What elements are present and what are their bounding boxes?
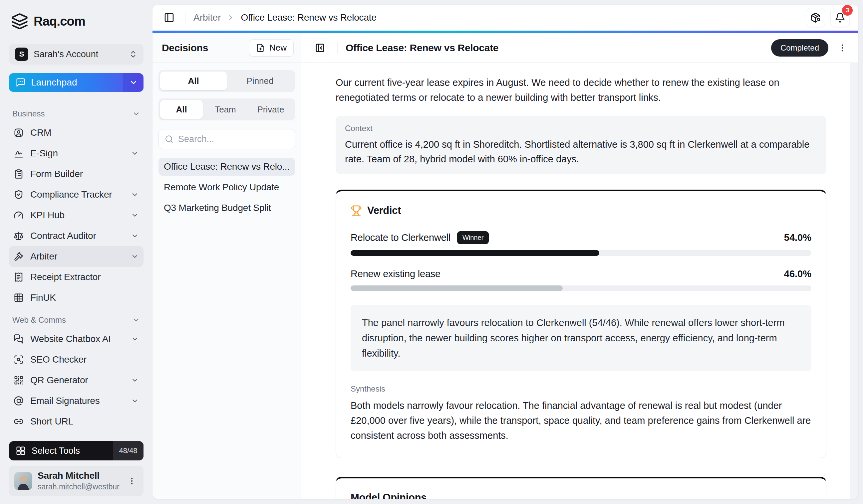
sidebar-toggle-icon[interactable] xyxy=(161,10,177,26)
list-item-q3-marketing[interactable]: Q3 Marketing Budget Split xyxy=(159,199,295,217)
section-business-label: Business xyxy=(12,109,45,118)
sidebar-item-contract-auditor[interactable]: Contract Auditor xyxy=(9,225,143,246)
sidebar-item-label: Website Chatbox AI xyxy=(30,334,124,344)
divider xyxy=(337,42,338,54)
breadcrumb-parent[interactable]: Arbiter xyxy=(193,12,221,23)
sidebar-item-label: Email Signatures xyxy=(30,396,124,406)
tabs-all-pinned: All Pinned xyxy=(159,70,295,92)
sidebar-item-short-url[interactable]: Short URL xyxy=(9,411,143,432)
sidebar-item-seo-checker[interactable]: SEO Checker xyxy=(9,349,143,370)
tab-all[interactable]: All xyxy=(160,72,227,90)
sidebar-item-receipt-extractor[interactable]: Receipt Extractor xyxy=(9,267,143,287)
chevrons-up-down-icon xyxy=(129,50,138,59)
sidebar-item-website-chatbox-ai[interactable]: Website Chatbox AI xyxy=(9,329,143,349)
section-business[interactable]: Business xyxy=(9,102,143,122)
divider xyxy=(185,12,186,23)
tab-pinned[interactable]: Pinned xyxy=(227,72,293,90)
new-decision-button[interactable]: New xyxy=(249,39,294,56)
account-avatar: S xyxy=(15,48,28,61)
tab-scope-all[interactable]: All xyxy=(160,100,203,119)
sidebar-item-label: CRM xyxy=(30,127,139,138)
file-plus-icon xyxy=(256,43,265,52)
user-name: Sarah Mitchell xyxy=(38,470,120,481)
chat-icon xyxy=(16,78,26,88)
chevron-down-icon xyxy=(131,191,139,198)
sidebar-item-qr-generator[interactable]: QR Generator xyxy=(9,370,143,390)
top-header: Arbiter Office Lease: Renew vs Relocate … xyxy=(152,5,858,30)
new-button-label: New xyxy=(270,42,287,53)
sidebar-item-label: E-Sign xyxy=(30,148,124,159)
signature-icon xyxy=(14,148,24,158)
page-title: Office Lease: Renew vs Relocate xyxy=(346,42,771,54)
context-label: Context xyxy=(345,124,817,133)
chevron-down-icon xyxy=(131,376,139,384)
user-meta: Sarah Mitchell sarah.mitchell@westbur... xyxy=(38,470,120,491)
sidebar-item-label: Short URL xyxy=(30,416,139,427)
section-web-comms-label: Web & Comms xyxy=(12,315,66,325)
package-search-button[interactable] xyxy=(806,8,825,27)
sidebar-item-email-signatures[interactable]: Email Signatures xyxy=(9,390,143,411)
panel-collapse-icon[interactable] xyxy=(311,39,329,57)
sidebar-item-kpi-hub[interactable]: KPI Hub xyxy=(9,205,143,225)
tab-scope-team[interactable]: Team xyxy=(203,100,248,119)
sidebar-item-e-sign[interactable]: E-Sign xyxy=(9,143,143,164)
verdict-option-row: Relocate to Clerkenwell Winner 54.0% xyxy=(351,231,811,244)
brand-logo-icon xyxy=(11,13,28,30)
sidebar-item-label: SEO Checker xyxy=(30,354,139,365)
status-badge[interactable]: Completed xyxy=(771,39,828,56)
scrollbar[interactable] xyxy=(850,63,858,499)
qr-code-icon xyxy=(14,375,24,385)
sidebar-item-finuk[interactable]: FinUK xyxy=(9,287,143,308)
model-opinions-card: Model Opinions Google: Gemini 3.1 Pro Pr… xyxy=(336,477,826,499)
verdict-card: Verdict Relocate to Clerkenwell Winner 5… xyxy=(336,190,826,458)
chevron-down-icon xyxy=(132,316,140,324)
decisions-header: Decisions New xyxy=(152,33,301,63)
sidebar-item-arbiter[interactable]: Arbiter xyxy=(9,246,143,267)
verdict-header: Verdict xyxy=(351,205,811,217)
clipboard-list-icon xyxy=(14,169,24,179)
sidebar-item-label: Compliance Tracker xyxy=(30,189,124,200)
launchpad-label: Launchpad xyxy=(31,77,77,88)
decision-list: Office Lease: Renew vs Relo... Remote Wo… xyxy=(159,158,295,217)
main-card: Arbiter Office Lease: Renew vs Relocate … xyxy=(152,5,858,499)
launchpad-button[interactable]: Launchpad xyxy=(9,73,143,92)
package-search-icon xyxy=(810,12,821,23)
section-web-comms[interactable]: Web & Comms xyxy=(9,308,143,329)
sidebar-item-form-builder[interactable]: Form Builder xyxy=(9,164,143,184)
list-item-remote-work[interactable]: Remote Work Policy Update xyxy=(159,178,295,196)
user-menu-kebab-icon[interactable] xyxy=(126,475,138,487)
scroll-area: Our current five-year lease expires in A… xyxy=(301,63,858,499)
tabs-scope: All Team Private xyxy=(159,99,295,120)
progress-track xyxy=(351,250,811,256)
search-icon xyxy=(165,135,174,143)
winner-badge: Winner xyxy=(457,231,489,244)
user-card[interactable]: Sarah Mitchell sarah.mitchell@westbur... xyxy=(9,466,143,496)
chevron-down-icon xyxy=(131,211,139,219)
synthesis-label: Synthesis xyxy=(351,384,811,393)
user-email: sarah.mitchell@westbur... xyxy=(38,482,120,491)
sidebar-item-crm[interactable]: CRM xyxy=(9,122,143,143)
chevron-down-icon xyxy=(131,397,139,405)
select-tools-button[interactable]: Select Tools 48/48 xyxy=(9,441,143,461)
sidebar-nav: Business CRM E-Sign Form Builder Complia… xyxy=(9,102,143,432)
search-input[interactable] xyxy=(178,134,289,144)
search-box[interactable] xyxy=(159,129,295,149)
account-switcher[interactable]: S Sarah's Account xyxy=(9,44,143,65)
tab-scope-private[interactable]: Private xyxy=(248,100,293,119)
chevron-down-icon xyxy=(129,78,138,87)
option-percentage: 54.0% xyxy=(784,232,811,243)
select-tools-label: Select Tools xyxy=(32,446,80,456)
chevron-right-icon xyxy=(227,14,235,22)
sidebar-item-label: Form Builder xyxy=(30,169,139,179)
list-item-office-lease[interactable]: Office Lease: Renew vs Relo... xyxy=(159,158,295,176)
sidebar-item-compliance-tracker[interactable]: Compliance Tracker xyxy=(9,184,143,205)
launchpad-main[interactable]: Launchpad xyxy=(9,73,123,92)
crm-icon xyxy=(14,128,24,138)
scales-icon xyxy=(14,231,24,241)
launchpad-dropdown[interactable] xyxy=(123,73,143,92)
notifications-button[interactable]: 3 xyxy=(830,8,850,27)
select-tools-main: Select Tools xyxy=(9,441,113,461)
more-options-kebab-icon[interactable] xyxy=(836,41,849,54)
breadcrumb-current: Office Lease: Renew vs Relocate xyxy=(241,12,376,23)
decision-intro: Our current five-year lease expires in A… xyxy=(336,75,826,105)
